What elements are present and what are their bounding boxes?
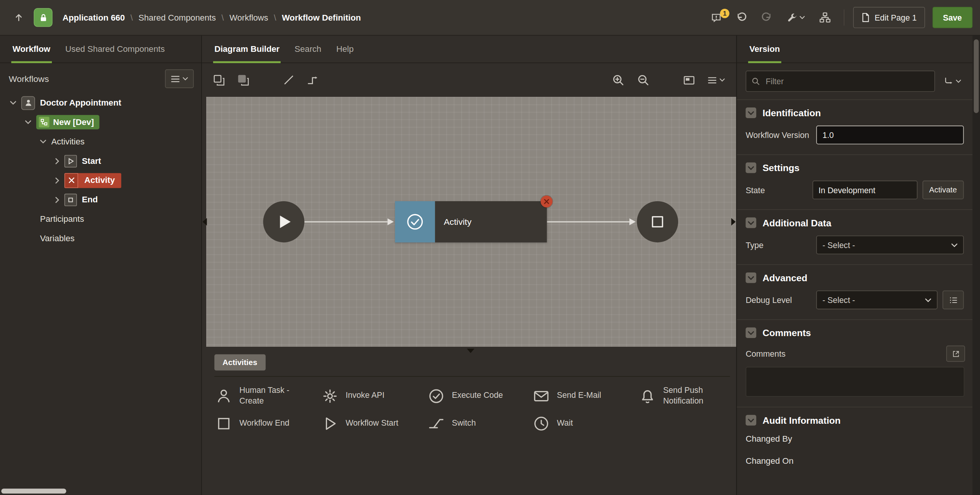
- collapse-toggle-icon[interactable]: [746, 327, 756, 338]
- state-input[interactable]: [812, 181, 917, 199]
- chevron-right-icon[interactable]: [55, 158, 59, 164]
- palette-item-label: Send Push Notification: [663, 386, 731, 407]
- shared-components-sitemap-button[interactable]: [815, 8, 835, 27]
- collapse-toggle-icon[interactable]: [746, 162, 756, 173]
- workflow-version-input[interactable]: [816, 126, 964, 144]
- palette-item-label: Wait: [557, 418, 624, 429]
- app-header: Application 660 \ Shared Components \ Wo…: [0, 0, 980, 35]
- workflows-menu-button[interactable]: [165, 69, 194, 88]
- tab-diagram-builder[interactable]: Diagram Builder: [207, 35, 287, 62]
- notifications-button[interactable]: 1: [707, 8, 727, 27]
- vertical-scrollbar[interactable]: [972, 35, 980, 495]
- open-in-popup-icon[interactable]: [946, 346, 965, 362]
- multi-select-icon[interactable]: [213, 74, 225, 86]
- collapse-toggle-icon[interactable]: [746, 218, 756, 228]
- palette-item-send-email[interactable]: Send E-Mail: [532, 386, 638, 407]
- palette-item-workflow-start[interactable]: Workflow Start: [321, 414, 427, 433]
- section-header[interactable]: Additional Data: [737, 210, 972, 234]
- palette-item-switch[interactable]: Switch: [427, 414, 532, 433]
- tab-help[interactable]: Help: [329, 35, 361, 62]
- workflow-version-badge[interactable]: New [Dev]: [36, 115, 99, 130]
- debug-level-select[interactable]: - Select -: [816, 290, 937, 309]
- tree-item-end[interactable]: End: [0, 190, 201, 209]
- palette-item-execute-code[interactable]: Execute Code: [427, 386, 532, 407]
- type-select[interactable]: - Select -: [816, 235, 964, 254]
- breadcrumb-item-shared-components[interactable]: Shared Components: [138, 13, 216, 22]
- diagram-menu-button[interactable]: [707, 76, 725, 84]
- workflows-title: Workflows: [9, 74, 49, 83]
- collapse-left-arrow[interactable]: [202, 218, 207, 226]
- tab-search[interactable]: Search: [287, 35, 329, 62]
- section-header[interactable]: Advanced: [737, 265, 972, 289]
- chevron-right-icon[interactable]: [55, 197, 59, 203]
- error-badge-icon[interactable]: [541, 195, 552, 207]
- tree-item-variables[interactable]: Variables: [0, 229, 201, 248]
- palette-item-workflow-end[interactable]: Workflow End: [214, 414, 321, 433]
- edit-page-button[interactable]: Edit Page 1: [853, 7, 925, 28]
- filter-input[interactable]: [764, 76, 929, 87]
- chevron-down-icon[interactable]: [10, 101, 16, 105]
- palette-item-invoke-api[interactable]: Invoke API: [321, 386, 427, 407]
- tree-item-activity[interactable]: Activity: [0, 171, 201, 190]
- breadcrumb-separator: \: [221, 13, 224, 22]
- orthogonal-connection-icon[interactable]: [307, 74, 319, 86]
- invoke-api-icon: [321, 387, 339, 405]
- selected-tree-item[interactable]: Activity: [64, 173, 121, 187]
- activate-button[interactable]: Activate: [922, 181, 964, 199]
- page-icon: [861, 13, 870, 22]
- utilities-menu-button[interactable]: [781, 8, 810, 27]
- zoom-in-icon[interactable]: [612, 74, 624, 86]
- section-identification: Identification Workflow Version: [737, 99, 972, 154]
- diagram-canvas[interactable]: Activity: [206, 97, 736, 347]
- chevron-right-icon[interactable]: [55, 177, 59, 183]
- section-header[interactable]: Settings: [737, 155, 972, 179]
- chevron-down-icon[interactable]: [25, 120, 31, 124]
- end-node[interactable]: [637, 201, 678, 242]
- section-header[interactable]: Audit Information: [737, 407, 972, 432]
- tree-item-start[interactable]: Start: [0, 151, 201, 171]
- field-state: State Activate: [737, 179, 972, 210]
- chevron-down-icon[interactable]: [40, 139, 46, 144]
- straight-connection-icon[interactable]: [283, 74, 295, 86]
- breadcrumb-item-workflows[interactable]: Workflows: [229, 13, 268, 22]
- start-node[interactable]: [263, 201, 304, 242]
- collapse-right-arrow[interactable]: [731, 218, 735, 226]
- undo-button[interactable]: [731, 8, 751, 27]
- notification-count-badge[interactable]: 1: [720, 9, 730, 18]
- palette-item-wait[interactable]: Wait: [532, 414, 638, 433]
- tab-version[interactable]: Version: [742, 35, 787, 62]
- collapse-bottom-arrow[interactable]: [467, 349, 475, 353]
- save-button[interactable]: Save: [932, 7, 973, 28]
- collapse-toggle-icon[interactable]: [746, 415, 756, 426]
- palette-item-label: Workflow End: [239, 418, 307, 429]
- wait-icon: [532, 414, 550, 433]
- list-of-values-button[interactable]: [943, 290, 964, 309]
- human-task-icon: [214, 387, 233, 405]
- tree-item-activities[interactable]: Activities: [0, 132, 201, 151]
- breadcrumb-item-application[interactable]: Application 660: [63, 13, 125, 22]
- activity-node[interactable]: Activity: [395, 201, 547, 242]
- section-header[interactable]: Comments: [737, 320, 972, 344]
- collapse-toggle-icon[interactable]: [746, 272, 756, 283]
- comments-textarea[interactable]: [746, 367, 964, 397]
- display-selector-button[interactable]: [939, 71, 966, 91]
- up-level-button[interactable]: [9, 8, 29, 27]
- zoom-out-icon[interactable]: [637, 74, 650, 86]
- duplicate-icon[interactable]: [237, 74, 249, 86]
- horizontal-scrollbar-thumb[interactable]: [1, 489, 66, 493]
- fit-to-window-icon[interactable]: [683, 74, 695, 86]
- palette-item-human-task[interactable]: Human Task - Create: [214, 386, 321, 407]
- app-lock-icon[interactable]: [34, 8, 53, 27]
- tree-item-participants[interactable]: Participants: [0, 209, 201, 229]
- tree-item-doctor-appointment[interactable]: Doctor Appointment: [0, 93, 201, 112]
- palette-tab-activities[interactable]: Activities: [214, 354, 265, 371]
- palette-item-send-push[interactable]: Send Push Notification: [638, 386, 731, 407]
- tab-used-shared-components[interactable]: Used Shared Components: [58, 35, 172, 62]
- tree-item-new-dev[interactable]: New [Dev]: [0, 112, 201, 132]
- tree-item-label: Start: [82, 156, 101, 166]
- vertical-scrollbar-thumb[interactable]: [974, 39, 979, 113]
- tab-workflow[interactable]: Workflow: [5, 35, 58, 62]
- collapse-toggle-icon[interactable]: [746, 107, 756, 118]
- section-header[interactable]: Identification: [737, 100, 972, 124]
- redo-button[interactable]: [757, 8, 776, 27]
